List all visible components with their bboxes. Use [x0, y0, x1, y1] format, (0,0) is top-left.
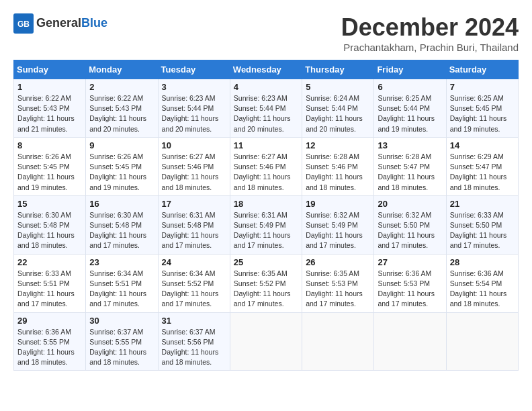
header-friday: Friday — [374, 60, 446, 79]
header-saturday: Saturday — [446, 60, 518, 79]
day-detail: Sunrise: 6:33 AMSunset: 5:51 PMDaylight:… — [17, 269, 82, 310]
day-detail: Sunrise: 6:22 AMSunset: 5:43 PMDaylight:… — [89, 93, 154, 134]
calendar-header-row: SundayMondayTuesdayWednesdayThursdayFrid… — [14, 60, 519, 79]
day-number: 3 — [162, 82, 226, 92]
calendar-cell: 20Sunrise: 6:32 AMSunset: 5:50 PMDayligh… — [374, 195, 446, 254]
calendar-cell: 12Sunrise: 6:28 AMSunset: 5:46 PMDayligh… — [302, 137, 374, 195]
day-number: 9 — [89, 140, 154, 150]
calendar-cell: 4Sunrise: 6:23 AMSunset: 5:44 PMDaylight… — [230, 79, 302, 138]
header-tuesday: Tuesday — [158, 60, 230, 79]
calendar-cell — [446, 312, 518, 371]
calendar-cell — [374, 312, 446, 371]
day-detail: Sunrise: 6:24 AMSunset: 5:44 PMDaylight:… — [306, 93, 370, 134]
calendar-cell: 16Sunrise: 6:30 AMSunset: 5:48 PMDayligh… — [86, 195, 158, 254]
calendar-cell: 26Sunrise: 6:35 AMSunset: 5:53 PMDayligh… — [302, 254, 374, 312]
calendar-cell: 17Sunrise: 6:31 AMSunset: 5:48 PMDayligh… — [158, 195, 230, 254]
logo-icon: GB — [13, 13, 34, 34]
day-number: 12 — [306, 140, 370, 150]
day-number: 8 — [17, 140, 82, 150]
calendar-table: SundayMondayTuesdayWednesdayThursdayFrid… — [13, 60, 519, 371]
calendar-cell: 5Sunrise: 6:24 AMSunset: 5:44 PMDaylight… — [302, 79, 374, 138]
day-number: 21 — [450, 199, 515, 209]
calendar-cell: 15Sunrise: 6:30 AMSunset: 5:48 PMDayligh… — [14, 195, 86, 254]
day-number: 18 — [234, 199, 298, 209]
day-detail: Sunrise: 6:36 AMSunset: 5:53 PMDaylight:… — [378, 269, 442, 310]
day-detail: Sunrise: 6:34 AMSunset: 5:51 PMDaylight:… — [89, 269, 154, 310]
calendar-cell — [302, 312, 374, 371]
calendar-cell: 3Sunrise: 6:23 AMSunset: 5:44 PMDaylight… — [158, 79, 230, 138]
calendar-cell: 9Sunrise: 6:26 AMSunset: 5:45 PMDaylight… — [86, 137, 158, 195]
calendar-week-5: 29Sunrise: 6:36 AMSunset: 5:55 PMDayligh… — [14, 312, 519, 371]
day-number: 30 — [89, 316, 154, 326]
day-detail: Sunrise: 6:25 AMSunset: 5:45 PMDaylight:… — [450, 93, 515, 134]
calendar-cell — [230, 312, 302, 371]
day-detail: Sunrise: 6:30 AMSunset: 5:48 PMDaylight:… — [17, 210, 82, 251]
calendar-cell: 14Sunrise: 6:29 AMSunset: 5:47 PMDayligh… — [446, 137, 518, 195]
location-title: Prachantakham, Prachin Buri, Thailand — [341, 42, 519, 53]
day-detail: Sunrise: 6:34 AMSunset: 5:52 PMDaylight:… — [162, 269, 226, 310]
calendar-week-1: 1Sunrise: 6:22 AMSunset: 5:43 PMDaylight… — [14, 79, 519, 138]
day-detail: Sunrise: 6:37 AMSunset: 5:55 PMDaylight:… — [89, 327, 154, 368]
calendar-cell: 25Sunrise: 6:35 AMSunset: 5:52 PMDayligh… — [230, 254, 302, 312]
calendar-cell: 23Sunrise: 6:34 AMSunset: 5:51 PMDayligh… — [86, 254, 158, 312]
day-number: 16 — [89, 199, 154, 209]
svg-text:GB: GB — [17, 19, 30, 29]
calendar-cell: 22Sunrise: 6:33 AMSunset: 5:51 PMDayligh… — [14, 254, 86, 312]
day-number: 29 — [17, 316, 82, 326]
month-title: December 2024 — [341, 13, 519, 42]
calendar-cell: 21Sunrise: 6:33 AMSunset: 5:50 PMDayligh… — [446, 195, 518, 254]
day-number: 2 — [89, 82, 154, 92]
day-number: 19 — [306, 199, 370, 209]
day-detail: Sunrise: 6:28 AMSunset: 5:46 PMDaylight:… — [306, 152, 370, 193]
day-number: 14 — [450, 140, 515, 150]
day-detail: Sunrise: 6:27 AMSunset: 5:46 PMDaylight:… — [162, 152, 226, 193]
calendar-cell: 18Sunrise: 6:31 AMSunset: 5:49 PMDayligh… — [230, 195, 302, 254]
day-number: 10 — [162, 140, 226, 150]
day-detail: Sunrise: 6:36 AMSunset: 5:54 PMDaylight:… — [450, 269, 515, 310]
day-number: 31 — [162, 316, 226, 326]
day-detail: Sunrise: 6:36 AMSunset: 5:55 PMDaylight:… — [17, 327, 82, 368]
calendar-cell: 31Sunrise: 6:37 AMSunset: 5:56 PMDayligh… — [158, 312, 230, 371]
page-header: GB GeneralBlue December 2024 Prachantakh… — [13, 13, 519, 53]
calendar-cell: 1Sunrise: 6:22 AMSunset: 5:43 PMDaylight… — [14, 79, 86, 138]
day-number: 11 — [234, 140, 298, 150]
day-detail: Sunrise: 6:28 AMSunset: 5:47 PMDaylight:… — [378, 152, 442, 193]
calendar-cell: 2Sunrise: 6:22 AMSunset: 5:43 PMDaylight… — [86, 79, 158, 138]
calendar-week-3: 15Sunrise: 6:30 AMSunset: 5:48 PMDayligh… — [14, 195, 519, 254]
header-wednesday: Wednesday — [230, 60, 302, 79]
header-sunday: Sunday — [14, 60, 86, 79]
day-detail: Sunrise: 6:25 AMSunset: 5:44 PMDaylight:… — [378, 93, 442, 134]
day-number: 1 — [17, 82, 82, 92]
day-number: 26 — [306, 257, 370, 267]
day-number: 17 — [162, 199, 226, 209]
header-monday: Monday — [86, 60, 158, 79]
calendar-cell: 10Sunrise: 6:27 AMSunset: 5:46 PMDayligh… — [158, 137, 230, 195]
calendar-cell: 11Sunrise: 6:27 AMSunset: 5:46 PMDayligh… — [230, 137, 302, 195]
logo-blue: Blue — [81, 16, 107, 30]
day-number: 22 — [17, 257, 82, 267]
day-detail: Sunrise: 6:33 AMSunset: 5:50 PMDaylight:… — [450, 210, 515, 251]
day-detail: Sunrise: 6:37 AMSunset: 5:56 PMDaylight:… — [162, 327, 226, 368]
header-thursday: Thursday — [302, 60, 374, 79]
calendar-cell: 7Sunrise: 6:25 AMSunset: 5:45 PMDaylight… — [446, 79, 518, 138]
logo: GB GeneralBlue — [13, 13, 107, 34]
calendar-week-2: 8Sunrise: 6:26 AMSunset: 5:45 PMDaylight… — [14, 137, 519, 195]
day-detail: Sunrise: 6:29 AMSunset: 5:47 PMDaylight:… — [450, 152, 515, 193]
calendar-cell: 13Sunrise: 6:28 AMSunset: 5:47 PMDayligh… — [374, 137, 446, 195]
day-detail: Sunrise: 6:22 AMSunset: 5:43 PMDaylight:… — [17, 93, 82, 134]
calendar-cell: 28Sunrise: 6:36 AMSunset: 5:54 PMDayligh… — [446, 254, 518, 312]
calendar-cell: 6Sunrise: 6:25 AMSunset: 5:44 PMDaylight… — [374, 79, 446, 138]
day-number: 15 — [17, 199, 82, 209]
day-detail: Sunrise: 6:23 AMSunset: 5:44 PMDaylight:… — [162, 93, 226, 134]
day-number: 6 — [378, 82, 442, 92]
day-detail: Sunrise: 6:32 AMSunset: 5:49 PMDaylight:… — [306, 210, 370, 251]
logo-general: General — [36, 16, 81, 30]
day-detail: Sunrise: 6:32 AMSunset: 5:50 PMDaylight:… — [378, 210, 442, 251]
day-number: 23 — [89, 257, 154, 267]
day-detail: Sunrise: 6:23 AMSunset: 5:44 PMDaylight:… — [234, 93, 298, 134]
day-number: 24 — [162, 257, 226, 267]
calendar-cell: 24Sunrise: 6:34 AMSunset: 5:52 PMDayligh… — [158, 254, 230, 312]
day-number: 20 — [378, 199, 442, 209]
day-detail: Sunrise: 6:30 AMSunset: 5:48 PMDaylight:… — [89, 210, 154, 251]
day-detail: Sunrise: 6:26 AMSunset: 5:45 PMDaylight:… — [89, 152, 154, 193]
